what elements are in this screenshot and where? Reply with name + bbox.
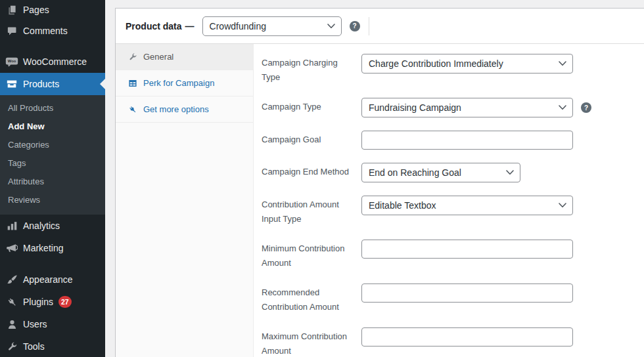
- product-type-select-value: Crowdfunding: [210, 21, 266, 32]
- plugins-icon: [5, 295, 18, 308]
- general-tab-form: Campaign Charging Type Charge Contributi…: [254, 44, 644, 357]
- plug-icon: [127, 104, 137, 114]
- field-row-campaign-charging-type: Campaign Charging Type Charge Contributi…: [262, 54, 631, 85]
- products-icon: [5, 77, 18, 91]
- header-divider: [369, 17, 369, 35]
- field-label: Recommended Contribution Amount: [262, 284, 361, 314]
- chevron-down-icon: [559, 105, 566, 110]
- appearance-icon: [5, 273, 18, 286]
- plugins-count-badge: 27: [58, 296, 72, 308]
- sidebar-item-label: Products: [23, 79, 59, 89]
- field-label: Contribution Amount Input Type: [262, 196, 361, 226]
- campaign-charging-type-select[interactable]: Charge Contribution Immediately: [361, 54, 573, 74]
- field-row-campaign-goal: Campaign Goal: [262, 131, 631, 150]
- field-label: Maximum Contribution Amount: [262, 327, 361, 357]
- sidebar-item-users[interactable]: Users: [0, 313, 105, 335]
- chevron-down-icon: [327, 24, 335, 29]
- select-value: Charge Contribution Immediately: [369, 58, 503, 69]
- field-label: Campaign Charging Type: [262, 54, 361, 85]
- select-value: Editable Textbox: [369, 200, 436, 211]
- wrench-icon: [127, 52, 137, 62]
- field-label: Campaign Goal: [262, 131, 361, 150]
- comments-icon: [5, 24, 18, 37]
- sidebar-item-woocommerce[interactable]: Woo WooCommerce: [0, 51, 105, 73]
- sidebar-item-label: Comments: [23, 26, 68, 36]
- help-glyph: ?: [353, 22, 357, 30]
- tab-perk-for-campaign[interactable]: Perk for Campaign: [116, 70, 253, 96]
- contribution-amount-input-type-select[interactable]: Editable Textbox: [361, 196, 573, 215]
- sidebar-item-comments[interactable]: Comments: [0, 20, 105, 42]
- sidebar-item-marketing[interactable]: Marketing: [0, 237, 105, 259]
- select-value: Fundraising Campaign: [369, 102, 461, 113]
- maximum-contribution-amount-input[interactable]: [361, 327, 573, 346]
- marketing-icon: [5, 242, 18, 255]
- help-glyph: ?: [584, 104, 588, 112]
- panel-title-dash: —: [185, 21, 195, 32]
- submenu-item-all-products[interactable]: All Products: [0, 99, 105, 117]
- pages-icon: [5, 3, 18, 16]
- field-label: Campaign End Method: [262, 163, 361, 182]
- minimum-contribution-amount-input[interactable]: [361, 240, 573, 259]
- tab-get-more-options[interactable]: Get more options: [116, 96, 253, 123]
- tools-icon: [5, 340, 18, 353]
- field-label: Minimum Contribution Amount: [262, 240, 361, 270]
- users-icon: [5, 318, 18, 331]
- sidebar-item-label: WooCommerce: [23, 56, 87, 67]
- product-type-select[interactable]: Crowdfunding: [202, 16, 342, 36]
- tab-general[interactable]: General: [116, 44, 253, 70]
- product-data-header: Product data — Crowdfunding ?: [116, 9, 644, 44]
- svg-text:Woo: Woo: [8, 60, 16, 64]
- campaign-goal-input[interactable]: [361, 131, 573, 150]
- field-row-campaign-type: Campaign Type Fundraising Campaign ?: [262, 98, 631, 117]
- submenu-item-add-new[interactable]: Add New: [0, 117, 105, 136]
- sidebar-item-label: Pages: [23, 5, 49, 15]
- panel-title: Product data: [126, 21, 182, 32]
- product-data-panel: Product data — Crowdfunding ? General Pe…: [115, 8, 644, 357]
- sidebar-item-label: Analytics: [23, 220, 60, 231]
- help-icon[interactable]: ?: [350, 21, 360, 32]
- submenu-item-reviews[interactable]: Reviews: [0, 191, 105, 209]
- select-value: End on Reaching Goal: [369, 167, 461, 178]
- tab-label: Get more options: [143, 104, 209, 114]
- field-row-maximum-contribution-amount: Maximum Contribution Amount: [262, 327, 631, 357]
- sidebar-item-label: Appearance: [23, 274, 73, 285]
- sidebar-item-label: Marketing: [23, 243, 63, 253]
- field-row-recommended-contribution-amount: Recommended Contribution Amount: [262, 284, 631, 314]
- sidebar-item-plugins[interactable]: Plugins 27: [0, 291, 105, 313]
- sidebar-item-label: Tools: [23, 341, 45, 352]
- tab-label: Perk for Campaign: [143, 78, 214, 88]
- woocommerce-icon: Woo: [5, 55, 18, 68]
- active-menu-arrow: [100, 79, 105, 89]
- product-data-tabs: General Perk for Campaign Get more optio…: [116, 44, 254, 357]
- campaign-end-method-select[interactable]: End on Reaching Goal: [361, 163, 520, 182]
- product-data-body: General Perk for Campaign Get more optio…: [116, 44, 644, 357]
- campaign-type-select[interactable]: Fundraising Campaign: [361, 98, 573, 117]
- submenu-item-attributes[interactable]: Attributes: [0, 173, 105, 191]
- chevron-down-icon: [559, 61, 566, 66]
- help-icon[interactable]: ?: [581, 102, 591, 113]
- menu-separator: [0, 42, 105, 51]
- sidebar-item-pages[interactable]: Pages: [0, 0, 105, 20]
- sidebar-item-label: Users: [23, 319, 47, 329]
- sidebar-item-appearance[interactable]: Appearance: [0, 268, 105, 291]
- chevron-down-icon: [506, 170, 514, 175]
- table-icon: [127, 78, 137, 88]
- submenu-item-tags[interactable]: Tags: [0, 154, 105, 173]
- admin-sidebar: Pages Comments Woo WooCommerce Products …: [0, 0, 105, 357]
- field-row-contribution-amount-input-type: Contribution Amount Input Type Editable …: [262, 196, 631, 226]
- field-row-campaign-end-method: Campaign End Method End on Reaching Goal: [262, 163, 631, 182]
- field-label: Campaign Type: [262, 98, 361, 117]
- analytics-icon: [5, 219, 18, 232]
- tab-label: General: [143, 52, 173, 62]
- sidebar-item-label: Plugins: [23, 297, 53, 307]
- menu-separator: [0, 259, 105, 268]
- sidebar-item-products[interactable]: Products: [0, 73, 105, 95]
- products-submenu: All Products Add New Categories Tags Att…: [0, 95, 105, 215]
- chevron-down-icon: [559, 203, 566, 208]
- field-row-minimum-contribution-amount: Minimum Contribution Amount: [262, 240, 631, 270]
- sidebar-item-tools[interactable]: Tools: [0, 335, 105, 357]
- submenu-item-categories[interactable]: Categories: [0, 136, 105, 154]
- sidebar-item-analytics[interactable]: Analytics: [0, 215, 105, 237]
- recommended-contribution-amount-input[interactable]: [361, 284, 573, 303]
